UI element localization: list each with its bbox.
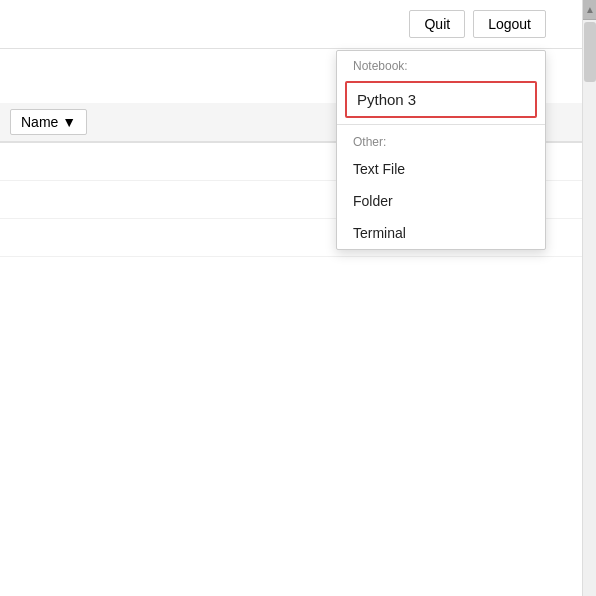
col-name-label: Name	[21, 114, 58, 130]
new-dropdown-menu: Notebook: Python 3 Other: Text File Fold…	[336, 50, 546, 250]
scrollbar-up-arrow[interactable]: ▲	[583, 0, 596, 20]
sort-name-button[interactable]: Name ▼	[10, 109, 87, 135]
quit-button[interactable]: Quit	[409, 10, 465, 38]
folder-menu-item[interactable]: Folder	[337, 185, 545, 217]
python3-menu-item[interactable]: Python 3	[345, 81, 537, 118]
notebook-section-label: Notebook:	[337, 51, 545, 77]
logout-button[interactable]: Logout	[473, 10, 546, 38]
text-file-menu-item[interactable]: Text File	[337, 153, 545, 185]
sort-caret-icon: ▼	[62, 114, 76, 130]
terminal-menu-item[interactable]: Terminal	[337, 217, 545, 249]
scrollbar-thumb[interactable]	[584, 22, 596, 82]
other-section-label: Other:	[337, 131, 545, 153]
scrollbar[interactable]: ▲	[582, 0, 596, 596]
scrollbar-track	[583, 22, 596, 82]
top-bar: Quit Logout	[0, 0, 596, 49]
dropdown-divider	[337, 124, 545, 125]
